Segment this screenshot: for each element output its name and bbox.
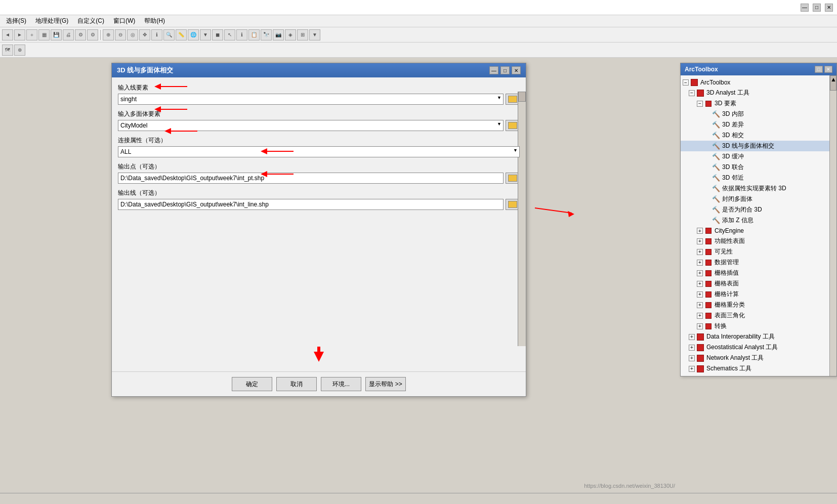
data-mgmt-expand[interactable]: + <box>697 260 703 266</box>
menu-window[interactable]: 窗口(W) <box>109 16 139 26</box>
env-button[interactable]: 环境... <box>321 377 361 391</box>
tool4[interactable]: ⊞ <box>297 29 308 40</box>
tree-3d-features[interactable]: − 3D 要素 <box>681 98 836 109</box>
dialog-minimize[interactable]: — <box>489 66 498 74</box>
tree-3d-buffer[interactable]: 🔨 3D 缓冲 <box>681 151 836 162</box>
connect-attr-select[interactable]: ALL <box>118 146 520 157</box>
menu-geoprocessing[interactable]: 地理处理(G) <box>31 16 72 26</box>
tree-3d-intersect[interactable]: 🔨 3D 相交 <box>681 130 836 141</box>
globe[interactable]: 🌐 <box>188 29 199 40</box>
surface-tin-expand[interactable]: + <box>697 313 703 319</box>
window-controls[interactable]: — □ ✕ <box>801 4 833 12</box>
tree-data-management[interactable]: + 数据管理 <box>681 257 836 268</box>
zoom-full[interactable]: ◎ <box>127 29 138 40</box>
forward-button[interactable]: ► <box>14 29 25 40</box>
expand-tool[interactable]: ⊕ <box>14 45 25 56</box>
arctoolbox-controls[interactable]: □ ✕ <box>815 66 832 73</box>
render[interactable]: ◈ <box>285 29 296 40</box>
zoom-in[interactable]: ⊕ <box>103 29 114 40</box>
schematics-expand[interactable]: + <box>689 366 695 372</box>
dialog-maximize[interactable]: □ <box>500 66 510 74</box>
tree-data-interop[interactable]: + Data Interoperability 工具 <box>681 331 836 342</box>
tool5[interactable]: ▼ <box>309 29 320 40</box>
toolbox-scrollbar-up[interactable]: ▲ <box>830 75 836 91</box>
map-tool[interactable]: 🗺 <box>2 45 13 56</box>
save-button[interactable]: 💾 <box>51 29 62 40</box>
tool1[interactable]: ⚙ <box>75 29 86 40</box>
dialog-scrollbar[interactable] <box>518 92 526 346</box>
tree-close-multipatch[interactable]: 🔨 封闭多面体 <box>681 194 836 204</box>
dialog-close[interactable]: ✕ <box>512 66 521 74</box>
root-expand[interactable]: − <box>683 79 689 86</box>
data-interop-expand[interactable]: + <box>689 334 695 340</box>
tree-conversion[interactable]: + 转换 <box>681 321 836 331</box>
tree-3d-diff[interactable]: 🔨 3D 差异 <box>681 119 836 130</box>
back-button[interactable]: ◄ <box>2 29 13 40</box>
scrollbar-thumb[interactable] <box>518 92 526 102</box>
tree-root[interactable]: − ArcToolbox <box>681 77 836 88</box>
tree-3d-attr[interactable]: 🔨 依据属性实现要素转 3D <box>681 183 836 194</box>
tree-schematics[interactable]: + Schematics 工具 <box>681 363 836 374</box>
minimize-button[interactable]: — <box>801 4 809 12</box>
tree-is-closed[interactable]: 🔨 是否为闭合 3D <box>681 204 836 215</box>
raster-surface-expand[interactable]: + <box>697 281 703 287</box>
raster-interp-expand[interactable]: + <box>697 270 703 276</box>
tree-geostat[interactable]: + Geostatistical Analyst 工具 <box>681 342 836 353</box>
measure[interactable]: 📏 <box>176 29 187 40</box>
menu-help[interactable]: 帮助(H) <box>140 16 169 26</box>
tree-visibility[interactable]: + 可见性 <box>681 246 836 257</box>
input-line-select-wrapper[interactable]: singht <box>118 94 504 105</box>
add-data-button[interactable]: ＋ <box>26 29 37 40</box>
cityengine-expand[interactable]: + <box>697 228 703 234</box>
binocular[interactable]: 🔭 <box>261 29 272 40</box>
tree-3d-interior[interactable]: 🔨 3D 内部 <box>681 109 836 119</box>
ok-button[interactable]: 确定 <box>232 377 272 391</box>
stop[interactable]: ◼ <box>212 29 223 40</box>
select-tool[interactable]: ↖ <box>224 29 235 40</box>
input-poly-select[interactable]: CityModel <box>118 120 504 131</box>
tree-3d-union[interactable]: 🔨 3D 联合 <box>681 162 836 173</box>
input-poly-select-wrapper[interactable]: CityModel <box>118 120 504 131</box>
pan[interactable]: ✥ <box>139 29 150 40</box>
zoom-out[interactable]: ⊖ <box>115 29 126 40</box>
tree-raster-interpolate[interactable]: + 栅格插值 <box>681 268 836 278</box>
tree-3d-line-intersect[interactable]: 🔨 3D 线与多面体相交 <box>681 141 836 151</box>
network-expand[interactable]: + <box>689 355 695 361</box>
help-button[interactable]: 显示帮助 >> <box>365 377 406 391</box>
camera[interactable]: 📷 <box>273 29 284 40</box>
tree-raster-surface[interactable]: + 栅格表面 <box>681 278 836 289</box>
attr-table[interactable]: 📋 <box>248 29 260 40</box>
arctoolbox-minimize[interactable]: □ <box>815 66 823 73</box>
raster-reclass-expand[interactable]: + <box>697 302 703 308</box>
arctoolbox-close[interactable]: ✕ <box>824 66 832 73</box>
search-button[interactable]: 🔍 <box>163 29 175 40</box>
dialog-controls[interactable]: — □ ✕ <box>489 66 521 74</box>
maximize-button[interactable]: □ <box>813 4 821 12</box>
conversion-expand[interactable]: + <box>697 323 703 329</box>
tree-3d-near[interactable]: 🔨 3D 邻近 <box>681 173 836 183</box>
tool2[interactable]: ⚙ <box>87 29 98 40</box>
menu-select[interactable]: 选择(S) <box>2 16 30 26</box>
connect-attr-wrapper[interactable]: ALL <box>118 146 520 157</box>
identify[interactable]: ℹ <box>151 29 162 40</box>
layer-button[interactable]: ▦ <box>38 29 50 40</box>
output-line-input[interactable] <box>118 199 504 210</box>
3d-analyst-expand[interactable]: − <box>689 90 695 96</box>
tree-raster-reclass[interactable]: + 栅格重分类 <box>681 300 836 310</box>
print-button[interactable]: 🖨 <box>63 29 74 40</box>
tree-raster-calc[interactable]: + 栅格计算 <box>681 289 836 300</box>
info-tool[interactable]: ℹ <box>236 29 247 40</box>
tree-add-z[interactable]: 🔨 添加 Z 信息 <box>681 215 836 226</box>
tree-surface-tin[interactable]: + 表面三角化 <box>681 310 836 321</box>
tool3[interactable]: ▼ <box>200 29 211 40</box>
menu-customize[interactable]: 自定义(C) <box>73 16 108 26</box>
input-line-select[interactable]: singht <box>118 94 504 105</box>
toolbox-scrollbar[interactable]: ▲ <box>829 75 836 376</box>
functional-expand[interactable]: + <box>697 238 703 244</box>
cancel-button[interactable]: 取消 <box>276 377 317 391</box>
tree-functional-surface[interactable]: + 功能性表面 <box>681 236 836 246</box>
visibility-expand[interactable]: + <box>697 249 703 255</box>
3d-features-expand[interactable]: − <box>697 101 703 107</box>
tree-3d-analyst[interactable]: − 3D Analyst 工具 <box>681 88 836 98</box>
close-button[interactable]: ✕ <box>825 4 833 12</box>
